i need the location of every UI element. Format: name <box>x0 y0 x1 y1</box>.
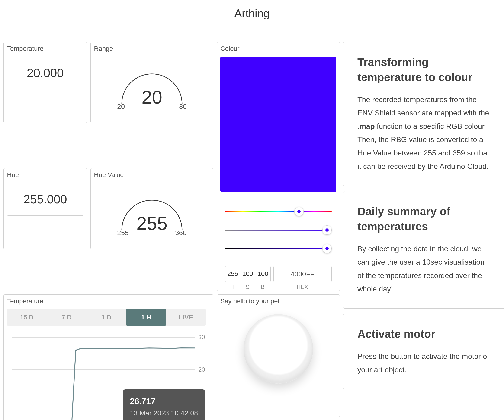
hue-value-min: 255 <box>117 229 129 237</box>
page-title: Arthing <box>0 7 504 20</box>
pet-card: Say hello to your pet. <box>217 294 340 417</box>
s-label: S <box>240 284 255 290</box>
range-card: Range 20 20 30 <box>90 42 213 123</box>
saturation-slider[interactable] <box>225 222 332 241</box>
tab-1d[interactable]: 1 D <box>86 309 126 326</box>
card-title: Say hello to your pet. <box>220 298 336 305</box>
pet-push-button[interactable] <box>244 314 313 384</box>
h-label: H <box>225 284 240 290</box>
card-title: Range <box>94 45 210 52</box>
info-transform-card: Transforming temperature to colour The r… <box>343 42 504 186</box>
info-text: By collecting the data in the cloud, we … <box>357 242 492 296</box>
card-title: Hue Value <box>94 171 210 179</box>
s-value[interactable]: 100 <box>240 266 255 282</box>
card-title: Temperature <box>7 45 84 52</box>
page-header: Arthing <box>0 0 504 29</box>
temperature-card: Temperature 20.000 <box>3 42 87 123</box>
tab-live[interactable]: LIVE <box>166 309 206 326</box>
info-text: Press the button to activate the motor o… <box>357 350 492 376</box>
range-max: 30 <box>179 103 187 111</box>
svg-text:30: 30 <box>198 335 205 341</box>
info-title: Daily summary of temperatures <box>357 204 492 234</box>
info-text: The recorded temperatures from the ENV S… <box>357 93 492 173</box>
hue-card: Hue 255.000 <box>3 168 87 249</box>
chart-tooltip: 26.717 13 Mar 2023 10:42:08 <box>123 389 205 420</box>
hex-label: HEX <box>273 284 332 290</box>
hue-slider[interactable] <box>225 204 332 222</box>
tab-7d[interactable]: 7 D <box>47 309 86 326</box>
hue-value: 255.000 <box>7 183 84 216</box>
card-title: Hue <box>7 171 84 179</box>
hue-value-card: Hue Value 255 255 360 <box>90 168 213 249</box>
hue-value-max: 360 <box>175 229 187 237</box>
brightness-slider[interactable] <box>225 241 332 259</box>
info-summary-card: Daily summary of temperatures By collect… <box>343 191 504 309</box>
tab-15d[interactable]: 15 D <box>7 309 47 326</box>
hex-value[interactable]: 4000FF <box>273 266 332 282</box>
tooltip-value: 26.717 <box>130 395 198 408</box>
card-title: Colour <box>220 45 336 52</box>
info-title: Transforming temperature to colour <box>357 55 492 85</box>
colour-card: Colour 255 100 100 4000FF <box>217 42 340 291</box>
temperature-value: 20.000 <box>7 57 84 89</box>
hue-value-value: 255 <box>136 213 167 234</box>
hsb-inputs[interactable]: 255 100 100 <box>225 266 271 282</box>
range-value: 20 <box>142 87 162 108</box>
b-value[interactable]: 100 <box>255 266 270 282</box>
tooltip-date: 13 Mar 2023 10:42:08 <box>130 408 198 418</box>
h-value[interactable]: 255 <box>225 266 240 282</box>
info-title: Activate motor <box>357 327 492 342</box>
info-motor-card: Activate motor Press the button to activ… <box>343 314 504 389</box>
chart-range-tabs: 15 D7 D1 D1 HLIVE <box>7 309 206 326</box>
b-label: B <box>255 284 270 290</box>
card-title: Temperature <box>7 298 210 305</box>
temperature-chart-card: Temperature 15 D7 D1 D1 HLIVE 0203010:10… <box>3 294 213 420</box>
tab-1h[interactable]: 1 H <box>126 309 166 326</box>
range-min: 20 <box>117 103 125 111</box>
svg-text:20: 20 <box>198 366 205 373</box>
colour-swatch <box>220 57 336 192</box>
